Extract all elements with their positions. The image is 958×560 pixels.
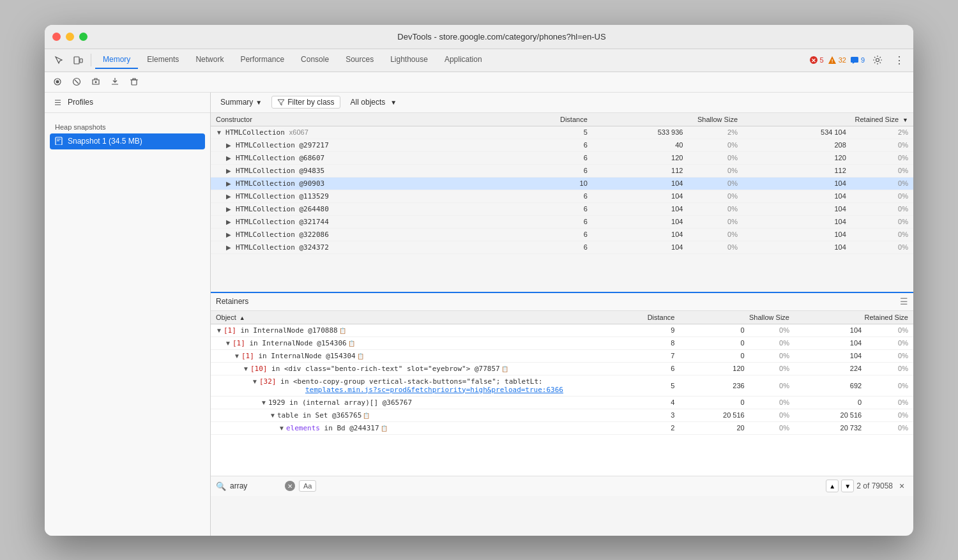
retainers-row[interactable]: ▼[32] in <bento-copy-group vertical-stac… xyxy=(211,375,913,396)
settings-icon-sidebar[interactable] xyxy=(50,95,65,110)
minimize-button[interactable] xyxy=(66,33,74,41)
retainer-retained-cell: 692 xyxy=(795,375,867,396)
take-snapshot-btn[interactable] xyxy=(88,74,103,89)
search-next-btn[interactable]: ▼ xyxy=(841,480,854,492)
shallow-pct-cell: 0% xyxy=(688,177,743,190)
retainer-object: [1] in InternalNode @154306 xyxy=(232,339,347,347)
retainer-retained-pct-cell: 0% xyxy=(867,409,913,421)
view-dropdown[interactable]: Summary ▼ xyxy=(216,96,266,109)
retained-pct-cell: 0% xyxy=(851,228,913,241)
tree-arrow[interactable]: ▼ xyxy=(243,365,249,372)
retained-pct-cell: 0% xyxy=(851,241,913,254)
retainer-distance-cell: 5 xyxy=(597,375,680,396)
copy-icon[interactable]: 📋 xyxy=(363,412,370,419)
tree-arrow[interactable]: ▼ xyxy=(216,129,224,136)
tree-arrow[interactable]: ▼ xyxy=(225,340,231,347)
table-row[interactable]: ▶ HTMLCollection @94835 6 112 0% 112 0% xyxy=(211,164,913,177)
retainer-object-cell: ▼[1] in InternalNode @154304📋 xyxy=(211,349,597,362)
load-btn[interactable] xyxy=(107,74,123,89)
retainers-row[interactable]: ▼elements in Bd @244317📋 2 20 0% 20 732 … xyxy=(211,421,913,434)
maximize-button[interactable] xyxy=(79,33,87,41)
settings-icon[interactable] xyxy=(869,51,886,69)
all-objects-dropdown[interactable]: All objects ▼ xyxy=(346,96,402,108)
tab-application[interactable]: Application xyxy=(437,51,490,69)
table-row[interactable]: ▶ HTMLCollection @297217 6 40 0% 208 0% xyxy=(211,139,913,151)
tab-performance[interactable]: Performance xyxy=(232,51,292,69)
tab-sources[interactable]: Sources xyxy=(338,51,381,69)
tab-elements[interactable]: Elements xyxy=(139,51,186,69)
close-search-btn[interactable]: × xyxy=(895,480,908,492)
retainers-row[interactable]: ▼1929 in (internal array)[] @365767 4 0 … xyxy=(211,396,913,409)
collect-garbage-btn[interactable] xyxy=(126,74,142,89)
table-row[interactable]: ▶ HTMLCollection @322086 6 104 0% 104 0% xyxy=(211,228,913,241)
table-row[interactable]: ▶ HTMLCollection @90903 10 104 0% 104 0% xyxy=(211,177,913,190)
tree-arrow[interactable]: ▶ xyxy=(226,231,234,238)
heap-table-container: Constructor Distance Shallow Size Retain… xyxy=(211,113,913,292)
retainer-retained-cell: 20 732 xyxy=(795,421,867,434)
record-btn[interactable] xyxy=(50,74,65,89)
table-row[interactable]: ▶ HTMLCollection @113529 6 104 0% 104 0% xyxy=(211,190,913,202)
copy-icon[interactable]: 📋 xyxy=(501,366,508,372)
copy-icon[interactable]: 📋 xyxy=(348,340,355,347)
retainers-menu-icon[interactable]: ☰ xyxy=(900,296,908,306)
tab-console[interactable]: Console xyxy=(293,51,337,69)
retainers-table-container[interactable]: Object ▲ Distance Shallow Size Retained … xyxy=(211,311,913,476)
retainers-row[interactable]: ▼[10] in <div class="bento-rich-text" sl… xyxy=(211,362,913,375)
tree-arrow[interactable]: ▼ xyxy=(278,425,285,432)
search-input[interactable] xyxy=(230,481,281,490)
inspect-icon[interactable] xyxy=(50,51,68,69)
tree-arrow[interactable]: ▼ xyxy=(216,327,222,334)
shallow-size-cell: 120 xyxy=(593,151,688,164)
tab-network[interactable]: Network xyxy=(188,51,231,69)
match-case-btn[interactable]: Aa xyxy=(299,480,316,492)
tree-arrow[interactable]: ▶ xyxy=(226,155,234,162)
retainer-retained-cell: 104 xyxy=(795,324,867,337)
tree-arrow[interactable]: ▼ xyxy=(261,399,267,406)
col-distance-header: Distance xyxy=(492,113,593,126)
retainers-row[interactable]: ▼[1] in InternalNode @154304📋 7 0 0% 104… xyxy=(211,349,913,362)
device-toolbar-icon[interactable] xyxy=(69,51,87,69)
tab-lighthouse[interactable]: Lighthouse xyxy=(383,51,436,69)
tree-arrow[interactable]: ▶ xyxy=(226,193,234,200)
tree-arrow[interactable]: ▼ xyxy=(270,412,276,419)
table-row[interactable]: ▶ HTMLCollection @324372 6 104 0% 104 0% xyxy=(211,241,913,254)
tree-arrow[interactable]: ▼ xyxy=(234,352,240,359)
constructor-name: HTMLCollection @90903 xyxy=(236,179,324,188)
retainers-row[interactable]: ▼table in Set @365765📋 3 20 516 0% 20 51… xyxy=(211,409,913,421)
retainers-row[interactable]: ▼[1] in InternalNode @170888📋 9 0 0% 104… xyxy=(211,324,913,337)
shallow-size-cell: 104 xyxy=(593,202,688,215)
table-row[interactable]: ▼ HTMLCollection x6067 5 533 936 2% 534 … xyxy=(211,126,913,139)
filter-by-class-btn[interactable]: Filter by class xyxy=(271,96,340,109)
retainer-object-cell: ▼1929 in (internal array)[] @365767 xyxy=(211,396,597,409)
search-clear-btn[interactable]: ✕ xyxy=(285,481,295,491)
search-prev-btn[interactable]: ▲ xyxy=(826,480,839,492)
more-options-icon[interactable]: ⋮ xyxy=(890,51,908,69)
tree-arrow[interactable]: ▶ xyxy=(226,218,234,225)
shallow-size-cell: 533 936 xyxy=(593,126,688,139)
tree-arrow[interactable]: ▶ xyxy=(226,244,234,251)
retainers-row[interactable]: ▼[1] in InternalNode @154306📋 8 0 0% 104… xyxy=(211,337,913,349)
close-button[interactable] xyxy=(52,33,61,41)
copy-icon[interactable]: 📋 xyxy=(339,328,346,334)
table-row[interactable]: ▶ HTMLCollection @321744 6 104 0% 104 0% xyxy=(211,215,913,228)
retainer-shallow-pct-cell: 0% xyxy=(750,396,795,409)
filter-icon xyxy=(277,98,285,106)
snapshot-item[interactable]: Snapshot 1 (34.5 MB) xyxy=(50,133,205,149)
retainer-link[interactable]: templates.min.js?sc=prod&fetchpriority=h… xyxy=(305,386,563,394)
tree-arrow[interactable]: ▶ xyxy=(226,180,234,187)
tree-arrow[interactable]: ▶ xyxy=(226,206,234,213)
tree-arrow[interactable]: ▶ xyxy=(226,167,234,174)
tab-memory[interactable]: Memory xyxy=(95,51,138,69)
svg-rect-1 xyxy=(80,59,82,63)
main-area: Profiles Heap snapshots Snapshot 1 (34.5… xyxy=(45,93,913,536)
copy-icon[interactable]: 📋 xyxy=(357,353,364,359)
clear-btn[interactable] xyxy=(69,74,84,89)
copy-icon[interactable]: 📋 xyxy=(381,425,388,432)
shallow-pct-cell: 0% xyxy=(688,139,743,151)
retainer-object: table in Set @365765 xyxy=(277,411,361,420)
distance-cell: 6 xyxy=(492,215,593,228)
tree-arrow[interactable]: ▼ xyxy=(252,378,258,385)
tree-arrow[interactable]: ▶ xyxy=(226,142,234,149)
table-row[interactable]: ▶ HTMLCollection @68607 6 120 0% 120 0% xyxy=(211,151,913,164)
table-row[interactable]: ▶ HTMLCollection @264480 6 104 0% 104 0% xyxy=(211,202,913,215)
